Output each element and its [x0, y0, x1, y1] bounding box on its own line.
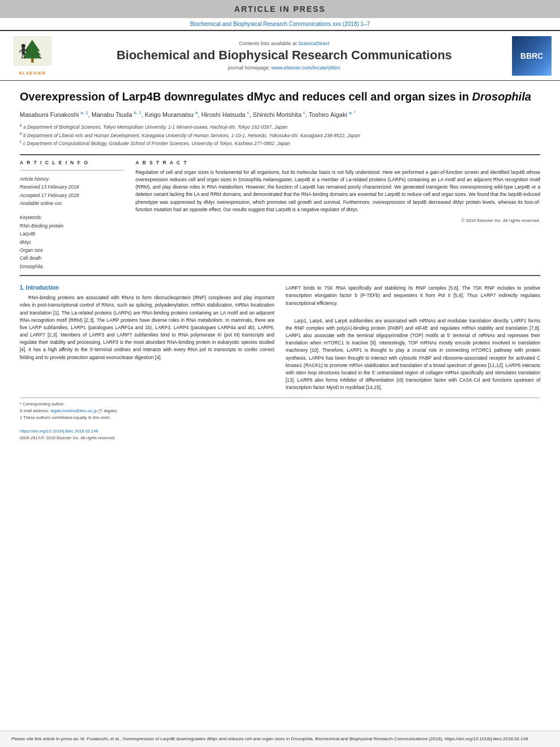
elsevier-label: ELSEVIER [19, 71, 46, 76]
abstract-label: A B S T R A C T [135, 160, 540, 165]
article-info-column: A R T I C L E I N F O Article history: R… [20, 160, 124, 270]
corresponding-label: * Corresponding author. [20, 401, 64, 407]
article-title: Overexpression of Larp4B downregulates d… [20, 89, 540, 104]
keyword-5: Cell death [20, 255, 41, 261]
article-page: ARTICLE IN PRESS Biochemical and Biophys… [0, 0, 560, 747]
accepted-date: Accepted 17 February 2018 [20, 193, 79, 198]
sciencedirect-link[interactable]: ScienceDirect [298, 41, 330, 46]
journal-ref-text: Biochemical and Biophysical Research Com… [190, 21, 370, 27]
article-history: Article history: Received 13 February 20… [20, 175, 124, 208]
introduction-heading: 1. Introduction [20, 285, 274, 291]
journal-homepage: journal homepage: www.elsevier.com/locat… [62, 65, 506, 71]
divider-thick [20, 154, 540, 155]
corresponding-note: * Corresponding author. [20, 401, 540, 408]
journal-reference-line: Biochemical and Biophysical Research Com… [0, 18, 560, 30]
keywords-section: Keywords: RNA-Binding protein Larp4B dMy… [20, 215, 124, 271]
doi-line: https://doi.org/10.1016/j.bbrc.2018.02.1… [20, 428, 540, 435]
intro-para3: Larp1, Larp4, and Larp6 subfamilies are … [286, 317, 540, 392]
body-section: 1. Introduction RNA-binding proteins are… [20, 285, 540, 391]
article-info-label: A R T I C L E I N F O [20, 160, 124, 165]
info-abstract-section: A R T I C L E I N F O Article history: R… [20, 160, 540, 270]
footnotes-section: * Corresponding author. E-mail address: … [20, 397, 540, 442]
abstract-column: A B S T R A C T Regulation of cell and o… [135, 160, 540, 270]
affiliations: a a Department of Biological Sciences, T… [20, 123, 540, 147]
keywords-list: RNA-Binding protein Larp4B dMyc Organ si… [20, 222, 124, 271]
bbrc-logo: BBRC [512, 36, 552, 76]
citation-text: Please cite this article in press as: M.… [11, 736, 528, 741]
divider-body [20, 275, 540, 276]
citation-footer: Please cite this article in press as: M.… [0, 731, 560, 747]
svg-rect-6 [22, 48, 25, 54]
equal-contrib-note: 1 These authors contributed equally to t… [20, 414, 540, 421]
keyword-6: Drosophila [20, 264, 43, 269]
issn-text: 0006-291X/© 2018 Elsevier Inc. All right… [20, 435, 116, 440]
journal-title-main: Biochemical and Biophysical Research Com… [62, 48, 506, 63]
keyword-3: dMyc [20, 239, 31, 245]
body-left-column: 1. Introduction RNA-binding proteins are… [20, 285, 274, 391]
history-label: Article history: [20, 176, 50, 182]
contents-text: Contents lists available at [239, 41, 296, 46]
elsevier-logo: ELSEVIER [8, 36, 56, 76]
journal-title-block: Contents lists available at ScienceDirec… [62, 41, 506, 70]
abstract-text: Regulation of cell and organ sizes is fu… [135, 169, 540, 213]
bbrc-label: BBRC [520, 51, 543, 60]
equal-contrib-text: 1 These authors contributed equally to t… [20, 415, 111, 420]
intro-para1: RNA-binding proteins are associated with… [20, 294, 274, 361]
authors-line: Masabumi Funakoshi a, 1, Manabu Tsuda b,… [20, 110, 540, 119]
aip-banner-text: ARTICLE IN PRESS [234, 5, 326, 14]
keyword-2: Larp4B [20, 231, 35, 237]
email-label: E-mail address: [20, 408, 49, 413]
keyword-1: RNA-Binding protein [20, 223, 63, 229]
email-note: E-mail address: aigaki-toshiro@tmu.ac.jp… [20, 408, 540, 414]
keyword-4: Organ size [20, 247, 43, 253]
email-link[interactable]: aigaki-toshiro@tmu.ac.jp [50, 408, 97, 413]
divider-info [20, 170, 124, 171]
doi-link[interactable]: https://doi.org/10.1016/j.bbrc.2018.02.1… [20, 429, 98, 434]
email-name: (T. Aigaki). [98, 408, 118, 413]
article-content: Overexpression of Larp4B downregulates d… [0, 81, 560, 731]
received-date: Received 13 February 2018 [20, 184, 79, 190]
sciencedirect-line: Contents lists available at ScienceDirec… [62, 41, 506, 46]
body-right-column: LARP7 binds to 7SK RNA specifically and … [286, 285, 540, 391]
homepage-label: journal homepage: [228, 65, 270, 71]
issn-line: 0006-291X/© 2018 Elsevier Inc. All right… [20, 435, 540, 442]
elsevier-tree-icon [11, 36, 54, 69]
svg-point-5 [21, 44, 25, 48]
article-in-press-banner: ARTICLE IN PRESS [0, 0, 560, 18]
intro-para2: LARP7 binds to 7SK RNA specifically and … [286, 285, 540, 307]
journal-header: ELSEVIER Contents lists available at Sci… [0, 30, 560, 81]
keywords-label: Keywords: [20, 215, 124, 220]
copyright-notice: © 2018 Elsevier Inc. All rights reserved… [135, 218, 540, 223]
available-date: Available online xxx [20, 200, 62, 206]
homepage-link[interactable]: www.elsevier.com/locate/ybbrc [272, 65, 341, 71]
